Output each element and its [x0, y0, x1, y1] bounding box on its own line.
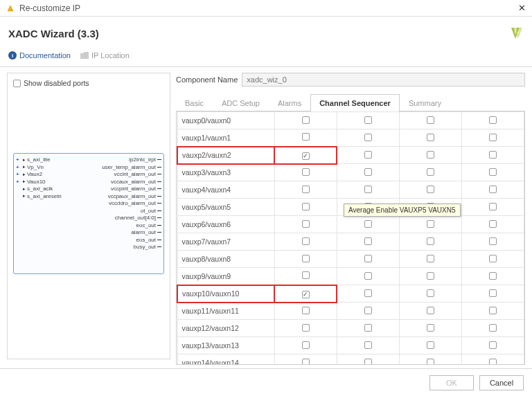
right-port-list: ip2intc_irptuser_temp_alarm_outvccint_al… [68, 156, 162, 271]
channel-option-checkbox[interactable] [337, 268, 399, 285]
channel-option-checkbox[interactable] [337, 164, 399, 181]
tab-summary[interactable]: Summary [400, 94, 450, 111]
channel-option-checkbox[interactable] [399, 303, 461, 320]
channel-option-checkbox[interactable] [337, 354, 399, 365]
channel-option-checkbox[interactable] [461, 268, 524, 285]
channel-enable-checkbox[interactable] [274, 268, 337, 285]
channel-option-checkbox[interactable] [461, 164, 524, 181]
channel-name: vauxp8/vauxn8 [177, 251, 274, 268]
ip-location-link[interactable]: IP Location [80, 51, 130, 60]
channel-name: vauxp14/vauxn14 [177, 354, 274, 365]
cancel-button[interactable]: Cancel [479, 375, 524, 390]
channel-table-scroll[interactable]: vauxp0/vauxn0vauxp1/vauxn1vauxp2/vauxn2v… [177, 111, 524, 364]
channel-option-checkbox[interactable] [399, 147, 461, 164]
channel-option-checkbox[interactable] [337, 233, 399, 251]
channel-table: vauxp0/vauxn0vauxp1/vauxn1vauxp2/vauxn2v… [177, 111, 524, 364]
channel-name: vauxp11/vauxn11 [177, 303, 274, 320]
documentation-link[interactable]: i Documentation [8, 51, 71, 60]
channel-name: vauxp3/vauxn3 [177, 164, 274, 181]
tab-adc-setup[interactable]: ADC Setup [213, 94, 269, 111]
component-name-label: Component Name [176, 75, 238, 84]
channel-option-checkbox[interactable] [337, 216, 399, 233]
channel-option-checkbox[interactable] [337, 320, 399, 337]
channel-option-checkbox[interactable] [461, 199, 524, 216]
channel-enable-checkbox[interactable] [274, 233, 337, 251]
info-icon: i [8, 51, 17, 60]
port-s_axi_aclk: ▸s_axi_aclk [16, 186, 68, 192]
app-icon [6, 3, 15, 13]
channel-name: vauxp9/vauxn9 [177, 268, 274, 285]
channel-option-checkbox[interactable] [337, 181, 399, 199]
channel-table-wrapper: vauxp0/vauxn0vauxp1/vauxn1vauxp2/vauxn2v… [176, 111, 525, 365]
table-row: vauxp1/vauxn1 [177, 129, 524, 147]
channel-option-checkbox[interactable] [337, 147, 399, 164]
channel-option-checkbox[interactable] [399, 129, 461, 147]
channel-name: vauxp5/vauxn5 [177, 199, 274, 216]
channel-enable-checkbox[interactable] [274, 216, 337, 233]
component-name-field [242, 73, 525, 87]
tab-alarms[interactable]: Alarms [269, 94, 310, 111]
channel-enable-checkbox[interactable] [274, 285, 337, 303]
channel-option-checkbox[interactable] [337, 251, 399, 268]
port-vccddro_alarm_out: vccddro_alarm_out [109, 200, 161, 206]
table-row: vauxp11/vauxn11 [177, 303, 524, 320]
channel-option-checkbox[interactable] [399, 337, 461, 354]
channel-option-checkbox[interactable] [461, 303, 524, 320]
channel-enable-checkbox[interactable] [274, 303, 337, 320]
vivado-logo-icon [507, 25, 524, 42]
ok-button[interactable]: OK [429, 375, 474, 390]
tab-channel-sequencer[interactable]: Channel Sequencer [310, 94, 400, 111]
channel-name: vauxp10/vauxn10 [177, 285, 274, 303]
channel-name: vauxp2/vauxn2 [177, 147, 274, 164]
channel-option-checkbox[interactable] [337, 285, 399, 303]
channel-enable-checkbox[interactable] [274, 181, 337, 199]
channel-option-checkbox[interactable] [461, 129, 524, 147]
channel-option-checkbox[interactable] [461, 251, 524, 268]
table-row: vauxp8/vauxn8 [177, 251, 524, 268]
channel-option-checkbox[interactable] [399, 285, 461, 303]
channel-option-checkbox[interactable] [461, 216, 524, 233]
channel-option-checkbox[interactable] [337, 337, 399, 354]
channel-option-checkbox[interactable] [399, 164, 461, 181]
channel-enable-checkbox[interactable] [274, 251, 337, 268]
table-row: vauxp9/vauxn9 [177, 268, 524, 285]
port-Vp_Vn: +▸Vp_Vn [16, 164, 68, 170]
table-row: vauxp3/vauxn3 [177, 164, 524, 181]
channel-option-checkbox[interactable] [337, 303, 399, 320]
channel-option-checkbox[interactable] [399, 320, 461, 337]
channel-option-checkbox[interactable] [399, 354, 461, 365]
channel-enable-checkbox[interactable] [274, 337, 337, 354]
channel-option-checkbox[interactable] [461, 354, 524, 365]
channel-option-checkbox[interactable] [399, 112, 461, 129]
channel-option-checkbox[interactable] [461, 147, 524, 164]
channel-enable-checkbox[interactable] [274, 354, 337, 365]
channel-enable-checkbox[interactable] [274, 112, 337, 129]
port-eoc_out: eoc_out [136, 222, 161, 228]
left-panel: Show disabled ports +▸s_axi_lite+▸Vp_Vn+… [7, 73, 170, 359]
channel-option-checkbox[interactable] [461, 285, 524, 303]
channel-option-checkbox[interactable] [461, 233, 524, 251]
channel-option-checkbox[interactable] [399, 216, 461, 233]
channel-enable-checkbox[interactable] [274, 147, 337, 164]
channel-option-checkbox[interactable] [399, 233, 461, 251]
tab-basic[interactable]: Basic [176, 94, 213, 111]
channel-enable-checkbox[interactable] [274, 164, 337, 181]
channel-option-checkbox[interactable] [399, 268, 461, 285]
channel-option-checkbox[interactable] [399, 251, 461, 268]
channel-enable-checkbox[interactable] [274, 199, 337, 216]
channel-option-checkbox[interactable] [461, 337, 524, 354]
channel-enable-checkbox[interactable] [274, 129, 337, 147]
table-row: vauxp6/vauxn6 [177, 216, 524, 233]
show-disabled-ports-checkbox[interactable]: Show disabled ports [13, 79, 164, 87]
channel-option-checkbox[interactable] [337, 112, 399, 129]
channel-option-checkbox[interactable] [461, 181, 524, 199]
channel-option-checkbox[interactable] [461, 112, 524, 129]
channel-enable-checkbox[interactable] [274, 320, 337, 337]
close-icon[interactable]: ✕ [517, 3, 526, 13]
channel-option-checkbox[interactable] [337, 129, 399, 147]
port-vccpaux_alarm_out: vccpaux_alarm_out [108, 193, 161, 199]
footer: OK Cancel [0, 368, 532, 396]
table-row: vauxp4/vauxn4 [177, 181, 524, 199]
channel-option-checkbox[interactable] [399, 181, 461, 199]
channel-option-checkbox[interactable] [461, 320, 524, 337]
